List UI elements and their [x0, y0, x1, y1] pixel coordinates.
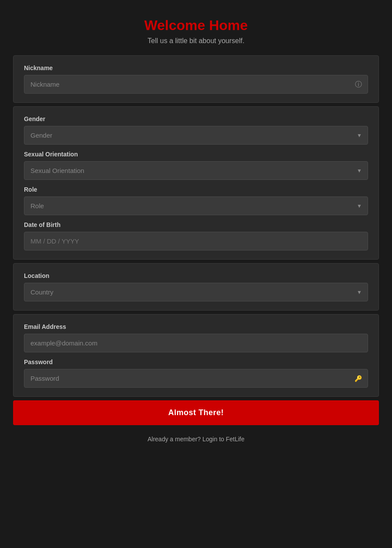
password-label: Password [24, 359, 368, 365]
nickname-input-wrapper: ⓘ [24, 75, 368, 94]
sexual-orientation-select[interactable]: Sexual Orientation Straight Gay Bisexual… [24, 161, 368, 180]
email-label: Email Address [24, 323, 368, 330]
dob-label: Date of Birth [24, 221, 368, 228]
sexual-orientation-label: Sexual Orientation [24, 151, 368, 158]
page-title: Welcome Home [13, 17, 379, 34]
profile-section: Gender Gender Male Female Non-binary Oth… [13, 106, 379, 260]
sexual-orientation-field-group: Sexual Orientation Sexual Orientation St… [24, 151, 368, 180]
role-field-group: Role Role Dominant Submissive Switch Oth… [24, 186, 368, 215]
dob-field-group: Date of Birth [24, 221, 368, 250]
page-subtitle: Tell us a little bit about yourself. [13, 37, 379, 45]
nickname-field-group: Nickname ⓘ [24, 64, 368, 94]
nickname-input[interactable] [24, 75, 368, 94]
location-field-group: Location Country United States United Ki… [24, 272, 368, 301]
country-select[interactable]: Country United States United Kingdom Can… [24, 283, 368, 301]
submit-button[interactable]: Almost There! [13, 400, 379, 425]
gender-field-group: Gender Gender Male Female Non-binary Oth… [24, 115, 368, 145]
nickname-label: Nickname [24, 64, 368, 71]
sexual-orientation-select-wrapper: Sexual Orientation Straight Gay Bisexual… [24, 161, 368, 180]
login-link-section: Already a member? Login to FetLife [13, 436, 379, 443]
gender-label: Gender [24, 115, 368, 122]
page-container: Welcome Home Tell us a little bit about … [9, 9, 383, 460]
location-section: Location Country United States United Ki… [13, 263, 379, 311]
gender-select-wrapper: Gender Male Female Non-binary Other ▼ [24, 126, 368, 145]
dob-input[interactable] [24, 232, 368, 250]
password-input-wrapper: 🔑 [24, 369, 368, 388]
role-select[interactable]: Role Dominant Submissive Switch Other [24, 196, 368, 215]
password-field-group: Password 🔑 [24, 359, 368, 388]
country-select-wrapper: Country United States United Kingdom Can… [24, 283, 368, 301]
email-input[interactable] [24, 334, 368, 352]
email-field-group: Email Address [24, 323, 368, 352]
credentials-section: Email Address Password 🔑 [13, 314, 379, 397]
password-input[interactable] [24, 369, 368, 388]
page-header: Welcome Home Tell us a little bit about … [13, 17, 379, 45]
role-label: Role [24, 186, 368, 193]
gender-select[interactable]: Gender Male Female Non-binary Other [24, 126, 368, 145]
submit-section: Almost There! [13, 400, 379, 425]
role-select-wrapper: Role Dominant Submissive Switch Other ▼ [24, 196, 368, 215]
nickname-section: Nickname ⓘ [13, 55, 379, 103]
login-link-text[interactable]: Already a member? Login to FetLife [148, 436, 245, 443]
location-label: Location [24, 272, 368, 279]
